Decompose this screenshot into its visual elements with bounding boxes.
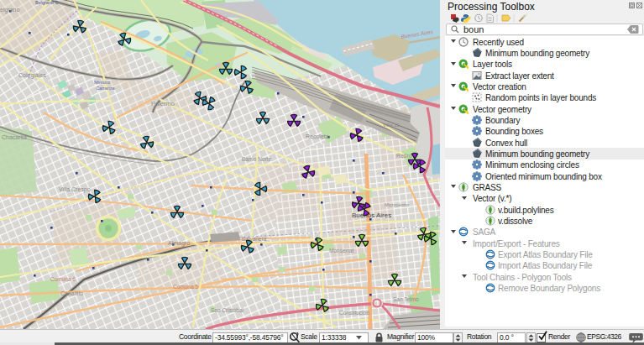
svg-text:Palermo: Palermo [151,100,175,107]
svg-text:elgrano: elgrano [0,7,19,13]
svg-text:Balvanera: Balvanera [242,236,267,242]
svg-text:Retiro: Retiro [396,153,412,159]
svg-text:Villa 31: Villa 31 [383,123,400,128]
svg-text:Microcentro: Microcentro [385,202,409,207]
svg-text:Comuna 6: Comuna 6 [50,276,76,282]
svg-text:San Telmo: San Telmo [393,296,419,302]
svg-text:Monserrat: Monserrat [329,248,353,254]
svg-text:Barrio Norte: Barrio Norte [242,156,271,162]
svg-text:Carranza: Carranza [96,86,116,91]
svg-text:Buenos Aires: Buenos Aires [352,212,391,219]
svg-text:Constitución: Constitución [339,310,369,316]
svg-text:Ministro: Ministro [94,80,110,85]
svg-text:Comuna 5: Comuna 5 [173,284,198,290]
svg-text:Colegiales: Colegiales [18,72,46,79]
svg-text:Belgrano C: Belgrano C [35,0,59,5]
svg-text:Recoleta: Recoleta [306,133,329,139]
svg-text:Chacarita: Chacarita [2,134,27,140]
svg-text:Villa Crespo: Villa Crespo [59,186,91,193]
svg-text:San Cristóbal: San Cristóbal [211,307,244,313]
svg-text:Caballito: Caballito [60,290,83,296]
svg-text:Almagro: Almagro [168,240,190,247]
